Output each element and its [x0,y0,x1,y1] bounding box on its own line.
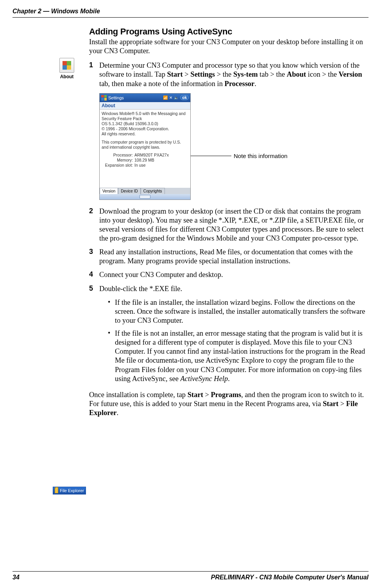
value: 108.29 MB [134,158,154,162]
section-title: Adding Programs Using ActiveSync [89,27,370,37]
step-number: 1 [89,61,99,88]
sip-bar [100,194,190,200]
ui-ref: About [287,70,306,78]
label: Memory: [102,158,133,163]
protection-line: This computer program is protected by U.… [102,140,188,150]
about-body: Windows Mobile® 5.0 with the Messaging a… [100,110,190,188]
embedded-screenshot: Settings 📶 ✕ 🔈 ok About Windows Mobile® … [99,93,370,200]
windows-flag-icon [63,61,71,70]
step-5: 5 Double-click the *.EXE file. [89,284,370,293]
bullet-body: If the file is not an installer, an erro… [115,329,370,383]
text: > [203,391,211,399]
step-body: Download the program to your desktop (or… [99,207,370,243]
ui-ref: Start [167,70,183,78]
text: If the file is not an installer, an erro… [115,329,365,383]
ui-ref: Settings [190,70,215,78]
tab-title: About [100,102,190,110]
memory-row: Memory:108.29 MB [102,158,188,163]
build-line: OS 5.1.342 (Build 15096.3.0.0) [102,121,188,126]
tab-version[interactable]: Version [100,188,118,194]
callout-line [191,156,231,156]
step-body: Double-click the *.EXE file. [99,284,370,293]
ok-button[interactable]: ok [180,95,189,100]
bullet-body: If the file is an installer, the install… [115,298,370,325]
file-explorer-label: File Explorer [60,488,84,493]
rights-line: All rights reserved. [102,131,188,137]
step-body: Connect your CN3 Computer and desktop. [99,270,370,279]
copyright-line: © 1996 - 2006 Microsoft Corporation. [102,126,188,131]
ui-ref: Start [323,400,338,408]
ui-ref: Sys-tem [233,70,258,78]
ui-ref: Processor [225,80,255,88]
text: tab, then make a note of the information… [99,80,225,88]
text: icon > the [306,70,338,78]
text: . [254,80,256,88]
step-number: 3 [89,248,99,266]
file-explorer-callout: File Explorer [53,487,86,494]
text: . [117,409,119,417]
page-number: 34 [13,574,20,581]
chapter-header: Chapter 2 — Windows Mobile [13,8,100,15]
speaker-icon: 🔈 [174,95,179,100]
text: > the [215,70,233,78]
titlebar-text: Settings [108,95,124,100]
about-icon [59,58,74,73]
reference: ActiveSync Help [181,375,228,383]
label: Expansion slot: [102,163,133,168]
network-icon: ✕ [169,95,172,100]
step-number: 2 [89,207,99,243]
step-3: 3 Read any installation instructions, Re… [89,248,370,266]
tab-copyrights[interactable]: Copyrights [141,188,165,194]
callout-text: Note this information [234,153,288,159]
step-1: 1 Determine your CN3 Computer and proces… [89,61,370,88]
section-intro: Install the appropriate software for you… [89,38,370,56]
footer-rule [13,571,368,572]
keyboard-icon[interactable] [140,195,150,199]
tab-device-id[interactable]: Device ID [118,188,140,194]
step-body: Determine your CN3 Computer and processo… [99,61,370,88]
bullet-item: • If the file is an installer, the insta… [108,298,370,325]
text: > [338,400,346,408]
bullet-item: • If the file is not an installer, an er… [108,329,370,383]
ui-ref: Version [339,70,362,78]
wm-settings-about-window: Settings 📶 ✕ 🔈 ok About Windows Mobile® … [99,93,191,200]
step-body: Read any installation instructions, Read… [99,248,370,266]
text: > [183,70,191,78]
text: . [228,375,230,383]
processor-row: Processor:ARM920T PXA27x [102,153,188,158]
titlebar: Settings 📶 ✕ 🔈 ok [100,94,190,102]
step-number: 5 [89,284,99,293]
step-number: 4 [89,270,99,279]
start-icon [101,95,107,101]
manual-name: PRELIMINARY - CN3 Mobile Computer User's… [211,574,368,581]
step-2: 2 Download the program to your desktop (… [89,207,370,243]
bullet-marker: • [108,298,115,325]
footer: 34 PRELIMINARY - CN3 Mobile Computer Use… [13,574,368,581]
bullet-marker: • [108,329,115,383]
ui-ref: Start [188,391,203,399]
value: ARM920T PXA27x [134,153,169,157]
tab-bar: Version Device ID Copyrights [100,188,190,194]
text: Once installation is complete, tap [89,391,188,399]
text: tab > the [258,70,287,78]
about-icon-callout: About [55,58,78,79]
final-paragraph: Once installation is complete, tap Start… [89,390,370,417]
about-icon-label: About [55,74,78,79]
expansion-row: Expansion slot:In use [102,163,188,168]
file-explorer-button: File Explorer [53,487,86,494]
header-rule [13,17,368,18]
folder-icon [55,488,58,493]
label: Processor: [102,153,133,158]
signal-icon: 📶 [163,95,168,100]
ui-ref: Programs [211,391,241,399]
value: In use [134,163,146,167]
step-4: 4 Connect your CN3 Computer and desktop. [89,270,370,279]
os-line: Windows Mobile® 5.0 with the Messaging a… [102,111,188,121]
